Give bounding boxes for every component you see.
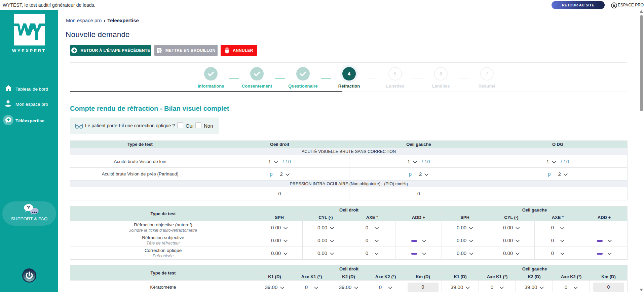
svg-text:?: ? — [27, 204, 30, 210]
